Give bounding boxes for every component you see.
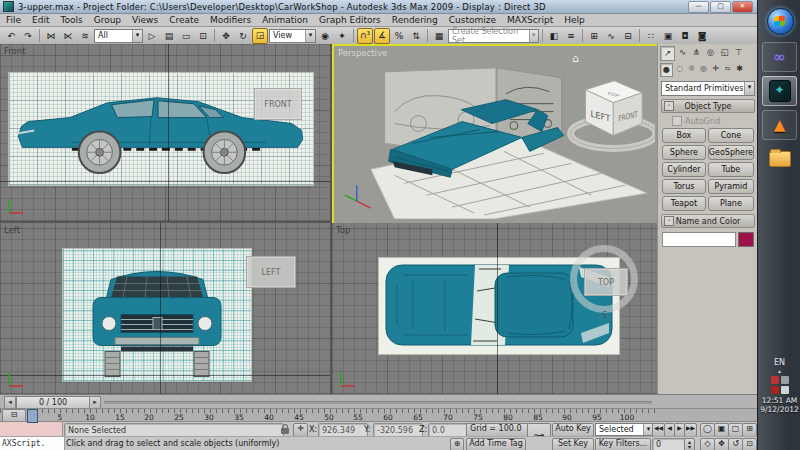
tab-utilities-icon[interactable]: ⊤ [732, 46, 745, 59]
layer-manager-icon[interactable]: ⊞ [586, 29, 602, 43]
dropdown-arrow-icon[interactable]: ▾ [305, 30, 315, 42]
close-button[interactable]: ✕ [732, 1, 753, 13]
manipulate-icon[interactable]: ✦ [334, 29, 350, 43]
key-filters-button[interactable]: Key Filters... [595, 438, 651, 450]
maxscript-mini-listener[interactable]: AXScript. [0, 437, 65, 450]
align-icon[interactable]: ≡ [563, 29, 579, 43]
dropdown-arrow-icon[interactable]: ▾ [132, 30, 142, 42]
snap-toggle-icon[interactable]: ∩³ [357, 28, 373, 44]
menu-customize[interactable]: Customize [449, 15, 496, 25]
menu-rendering[interactable]: Rendering [392, 15, 438, 25]
viewport-top[interactable]: Top TOP S [332, 223, 657, 394]
render-frame-icon[interactable]: ◘ [677, 29, 693, 43]
tab-display-icon[interactable]: ◱ [718, 46, 731, 59]
frame-spinner[interactable]: ▴▾ [684, 438, 695, 450]
tray-icon-1[interactable] [771, 376, 779, 384]
time-slider-track[interactable] [104, 401, 652, 404]
taskbar-app-vlc[interactable]: ▲ [762, 110, 797, 140]
viewcube-top[interactable]: TOP [584, 268, 628, 296]
redo-icon[interactable]: ↷ [20, 29, 36, 43]
select-link-icon[interactable]: ⋈ [43, 29, 59, 43]
macro-recorder-pane[interactable] [0, 422, 63, 437]
category-lights-icon[interactable]: ☼ [686, 63, 697, 75]
viewcube-left[interactable]: LEFT [246, 256, 296, 288]
collapse-icon[interactable]: - [664, 101, 674, 111]
viewcube-home-icon[interactable]: ⌂ [572, 52, 579, 65]
volume-icon[interactable] [781, 386, 789, 394]
torus-button[interactable]: Torus [662, 179, 706, 194]
nav-zoom-all-icon[interactable]: ▣ [714, 423, 729, 437]
category-cameras-icon[interactable]: ◎ [698, 63, 709, 75]
select-scale-icon[interactable]: ◲ [252, 28, 268, 44]
select-rotate-icon[interactable]: ↻ [235, 29, 251, 43]
named-selection-dropdown[interactable]: Create Selection Set▾ [448, 29, 539, 43]
track-bar[interactable]: ⊟ 0 5 10 15 20 25 30 35 40 45 50 55 60 6… [0, 408, 757, 422]
tray-icon-2[interactable] [781, 376, 789, 384]
maximize-button[interactable]: ▢ [710, 1, 731, 13]
nav-pan-icon[interactable]: ✥ [714, 438, 729, 450]
bind-spacewarp-icon[interactable]: ≋ [77, 29, 93, 43]
autogrid-checkbox[interactable] [672, 116, 682, 126]
tab-create-icon[interactable]: ↗ [660, 46, 675, 61]
tab-modify-icon[interactable]: ∿ [676, 46, 689, 59]
system-tray[interactable] [767, 376, 793, 394]
title-bar[interactable]: 3-upper.max - Project Folder: C:\Users\D… [0, 0, 757, 14]
nav-zoom-icon[interactable]: ◯ [700, 423, 715, 437]
viewport-front[interactable]: Front [0, 44, 330, 221]
dropdown-arrow-icon[interactable]: ▾ [529, 30, 538, 42]
viewport-front-label[interactable]: Front [4, 46, 26, 56]
cylinder-button[interactable]: Cylinder [662, 162, 706, 177]
primitive-category-dropdown[interactable]: Standard Primitives ▾ [661, 81, 755, 96]
viewport-perspective[interactable]: Perspective [332, 44, 661, 225]
add-time-tag-button[interactable]: Add Time Tag [466, 438, 526, 450]
cone-button[interactable]: Cone [708, 128, 754, 143]
menu-help[interactable]: Help [564, 15, 585, 25]
nav-zoom-extents-icon[interactable]: ▢ [728, 423, 743, 437]
key-mode-dropdown[interactable]: Selected▾ [595, 423, 654, 436]
taskbar-app-3dsmax[interactable]: ✦ [762, 76, 797, 106]
render-setup-icon[interactable]: ▣ [660, 29, 676, 43]
category-helpers-icon[interactable]: ✛ [710, 63, 721, 75]
plane-button[interactable]: Plane [708, 196, 754, 211]
unlink-icon[interactable]: ⋉ [60, 29, 76, 43]
minimize-button[interactable]: — [688, 1, 709, 13]
angle-snap-icon[interactable]: ∡ [374, 28, 390, 44]
start-button[interactable] [767, 8, 794, 35]
quick-render-icon[interactable]: ◙ [694, 29, 710, 43]
nav-zoom-extents-all-icon[interactable]: ⊞ [742, 423, 757, 437]
category-shapes-icon[interactable]: ◌ [674, 63, 685, 75]
mirror-icon[interactable]: ◧ [546, 29, 562, 43]
select-by-name-icon[interactable]: ▤ [161, 29, 177, 43]
nav-fov-icon[interactable]: ◇ [700, 438, 715, 450]
nav-arc-rotate-icon[interactable]: ↺ [728, 438, 743, 450]
clock[interactable]: 12:51 AM 9/12/2012 [758, 396, 800, 414]
absolute-mode-icon[interactable]: ✛ [293, 423, 308, 437]
set-key-button[interactable]: Set Key [552, 438, 594, 450]
z-coordinate-field[interactable]: 0.0 [428, 423, 470, 437]
category-geometry-icon[interactable]: ● [660, 63, 673, 77]
schematic-view-icon[interactable]: ⊟ [620, 29, 636, 43]
coord-system-dropdown[interactable]: View▾ [269, 29, 316, 43]
spinner-snap-icon[interactable]: ⇅ [408, 29, 424, 43]
viewcube-front[interactable]: FRONT [254, 88, 302, 120]
menu-edit[interactable]: Edit [32, 15, 49, 25]
menu-views[interactable]: Views [132, 15, 158, 25]
menu-modifiers[interactable]: Modifiers [210, 15, 251, 25]
percent-snap-icon[interactable]: % [391, 29, 407, 43]
name-color-rollout[interactable]: - Name and Color [661, 214, 755, 228]
menu-graph-editors[interactable]: Graph Editors [319, 15, 381, 25]
taskbar-app-expression[interactable]: ∞ [762, 42, 797, 72]
menu-file[interactable]: File [6, 15, 21, 25]
select-move-icon[interactable]: ✥ [218, 29, 234, 43]
geosphere-button[interactable]: GeoSphere [708, 145, 754, 160]
object-name-field[interactable] [662, 232, 736, 247]
box-button[interactable]: Box [662, 128, 706, 143]
selection-filter-dropdown[interactable]: All▾ [94, 29, 143, 43]
menu-maxscript[interactable]: MAXScript [507, 15, 553, 25]
material-editor-icon[interactable]: ∷ [643, 29, 659, 43]
menu-create[interactable]: Create [169, 15, 199, 25]
language-indicator[interactable]: EN [758, 358, 800, 367]
teapot-button[interactable]: Teapot [662, 196, 706, 211]
curve-editor-icon[interactable]: ∿ [603, 29, 619, 43]
tube-button[interactable]: Tube [708, 162, 754, 177]
